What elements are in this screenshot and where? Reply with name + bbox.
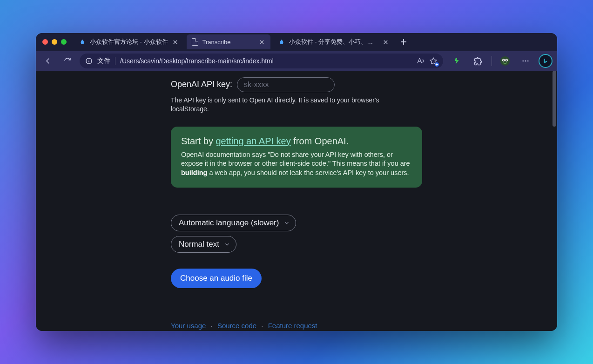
tab-1[interactable]: Transcribe: [187, 34, 270, 49]
tab-close-icon[interactable]: [258, 38, 266, 46]
favicon-page-icon: [191, 38, 199, 46]
apikey-input[interactable]: [237, 77, 335, 92]
format-select[interactable]: Normal text: [171, 236, 236, 253]
page-content: OpenAI API key: The API key is only sent…: [36, 71, 557, 331]
bing-chat-icon[interactable]: [539, 54, 553, 68]
language-select[interactable]: Automatic language (slower): [171, 215, 296, 231]
svg-point-7: [525, 60, 526, 61]
browser-window: 小众软件官方论坛 - 小众软件 Transcribe 小众软件 - 分享免费、小…: [36, 33, 557, 331]
svg-point-8: [527, 60, 529, 61]
footer-links: Your usage · Source code · Feature reque…: [171, 322, 422, 330]
card-body-suffix: a web app, you should not leak the servi…: [207, 169, 409, 176]
choose-audio-button[interactable]: Choose an audio file: [171, 269, 262, 288]
viewport: OpenAI API key: The API key is only sent…: [36, 71, 557, 331]
tab-title: 小众软件官方论坛 - 小众软件: [90, 38, 168, 46]
format-select-value: Normal text: [179, 240, 219, 249]
tab-close-icon[interactable]: [172, 38, 179, 46]
toolbar-right: [451, 54, 553, 68]
feature-request-link[interactable]: Feature request: [268, 322, 317, 330]
card-body-prefix: OpenAI documentation says "Do not share …: [181, 151, 410, 168]
back-button[interactable]: [40, 54, 55, 68]
info-card: Start by getting an API key from OpenAI.…: [171, 127, 422, 188]
reload-button[interactable]: [60, 54, 75, 68]
window-minimize-icon[interactable]: [52, 39, 57, 45]
svg-point-4: [503, 60, 504, 61]
your-usage-link[interactable]: Your usage: [171, 322, 206, 330]
address-bar[interactable]: 文件 /Users/scavin/Desktop/transcribe-main…: [80, 54, 443, 68]
separator: [492, 56, 492, 66]
chevron-down-icon: [224, 241, 230, 248]
tab-bar: 小众软件官方论坛 - 小众软件 Transcribe 小众软件 - 分享免费、小…: [36, 33, 557, 51]
new-tab-button[interactable]: [397, 35, 410, 48]
evernote-clip-icon[interactable]: [451, 54, 465, 68]
svg-point-6: [522, 60, 524, 61]
toolbar: 文件 /Users/scavin/Desktop/transcribe-main…: [36, 51, 557, 71]
favorite-icon[interactable]: [429, 57, 438, 65]
scrollbar[interactable]: [552, 71, 557, 331]
svg-point-5: [506, 60, 507, 61]
window-zoom-icon[interactable]: [61, 39, 67, 45]
tab-0[interactable]: 小众软件官方论坛 - 小众软件: [74, 34, 184, 49]
apikey-help-text: The API key is only sent to Open AI dire…: [171, 96, 385, 114]
site-info-icon[interactable]: [85, 57, 93, 65]
scrollbar-thumb[interactable]: [553, 71, 556, 127]
get-api-key-link[interactable]: getting an API key: [216, 136, 290, 146]
tab-title: 小众软件 - 分享免费、小巧、实用: [289, 38, 378, 46]
tab-2[interactable]: 小众软件 - 分享免费、小巧、实用: [273, 34, 394, 49]
window-controls: [42, 39, 67, 45]
url-scheme-label: 文件: [97, 57, 110, 65]
favicon-drop-icon: [79, 38, 86, 46]
profile-avatar[interactable]: [498, 54, 512, 68]
card-start-suffix: from OpenAI.: [291, 136, 349, 146]
card-start-prefix: Start by: [181, 136, 216, 146]
source-code-link[interactable]: Source code: [217, 322, 256, 330]
card-body-bold: building: [181, 169, 207, 176]
read-aloud-icon[interactable]: [416, 57, 425, 65]
window-close-icon[interactable]: [42, 39, 48, 45]
apikey-label: OpenAI API key:: [171, 80, 232, 89]
more-menu-icon[interactable]: [518, 54, 533, 68]
tab-close-icon[interactable]: [382, 38, 390, 46]
extensions-icon[interactable]: [471, 54, 486, 68]
chevron-down-icon: [283, 220, 290, 226]
language-select-value: Automatic language (slower): [179, 218, 279, 228]
url-text: /Users/scavin/Desktop/transcribe-main/sr…: [120, 57, 411, 65]
separator: [115, 57, 115, 65]
tab-title: Transcribe: [202, 39, 255, 46]
favicon-drop-icon: [278, 38, 285, 46]
svg-point-1: [500, 56, 510, 66]
